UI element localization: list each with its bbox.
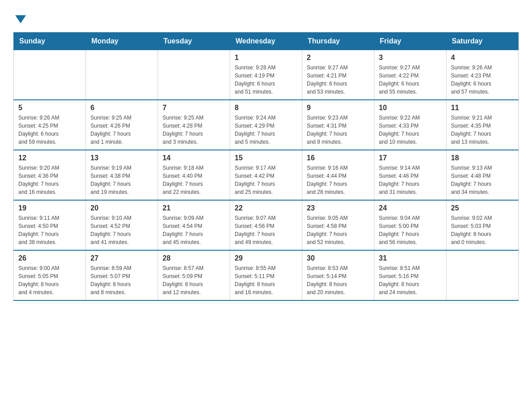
day-info: Sunrise: 9:16 AM Sunset: 4:44 PM Dayligh… — [307, 164, 369, 196]
day-info: Sunrise: 9:18 AM Sunset: 4:40 PM Dayligh… — [163, 164, 225, 196]
day-number: 6 — [90, 104, 153, 112]
day-info: Sunrise: 9:19 AM Sunset: 4:38 PM Dayligh… — [90, 164, 153, 196]
weekday-monday: Monday — [86, 33, 158, 50]
calendar-cell: 29Sunrise: 8:55 AM Sunset: 5:11 PM Dayli… — [230, 250, 302, 300]
day-info: Sunrise: 9:22 AM Sunset: 4:33 PM Dayligh… — [379, 114, 442, 146]
day-number: 13 — [90, 154, 153, 162]
calendar-cell: 16Sunrise: 9:16 AM Sunset: 4:44 PM Dayli… — [302, 150, 374, 200]
day-number: 31 — [379, 254, 442, 262]
day-number: 16 — [307, 154, 369, 162]
day-info: Sunrise: 9:28 AM Sunset: 4:19 PM Dayligh… — [235, 64, 297, 96]
day-number: 14 — [163, 154, 225, 162]
page-header — [13, 9, 519, 23]
calendar-cell — [86, 50, 158, 100]
day-number: 29 — [235, 254, 297, 262]
calendar-cell — [446, 250, 519, 300]
day-info: Sunrise: 9:23 AM Sunset: 4:31 PM Dayligh… — [307, 114, 369, 146]
calendar-cell: 17Sunrise: 9:14 AM Sunset: 4:46 PM Dayli… — [374, 150, 446, 200]
day-number: 27 — [90, 254, 153, 262]
calendar-cell: 13Sunrise: 9:19 AM Sunset: 4:38 PM Dayli… — [86, 150, 158, 200]
day-number: 23 — [307, 204, 369, 212]
calendar-cell: 12Sunrise: 9:20 AM Sunset: 4:36 PM Dayli… — [14, 150, 86, 200]
weekday-wednesday: Wednesday — [230, 33, 302, 50]
day-info: Sunrise: 9:07 AM Sunset: 4:56 PM Dayligh… — [235, 214, 297, 246]
logo — [13, 13, 26, 23]
day-info: Sunrise: 9:14 AM Sunset: 4:46 PM Dayligh… — [379, 164, 442, 196]
calendar-cell: 19Sunrise: 9:11 AM Sunset: 4:50 PM Dayli… — [14, 200, 86, 250]
day-number: 21 — [163, 204, 225, 212]
day-info: Sunrise: 9:25 AM Sunset: 4:26 PM Dayligh… — [90, 114, 153, 146]
weekday-tuesday: Tuesday — [158, 33, 230, 50]
calendar-header: SundayMondayTuesdayWednesdayThursdayFrid… — [14, 33, 519, 50]
calendar-cell: 9Sunrise: 9:23 AM Sunset: 4:31 PM Daylig… — [302, 100, 374, 150]
day-number: 20 — [90, 204, 153, 212]
day-info: Sunrise: 8:55 AM Sunset: 5:11 PM Dayligh… — [235, 264, 297, 296]
calendar-cell — [158, 50, 230, 100]
day-number: 5 — [18, 104, 81, 112]
calendar-cell: 21Sunrise: 9:09 AM Sunset: 4:54 PM Dayli… — [158, 200, 230, 250]
day-info: Sunrise: 8:53 AM Sunset: 5:14 PM Dayligh… — [307, 264, 369, 296]
logo-triangle-icon — [15, 15, 26, 23]
day-number: 1 — [235, 54, 297, 62]
day-number: 28 — [163, 254, 225, 262]
day-info: Sunrise: 9:09 AM Sunset: 4:54 PM Dayligh… — [163, 214, 225, 246]
calendar-cell: 2Sunrise: 9:27 AM Sunset: 4:21 PM Daylig… — [302, 50, 374, 100]
weekday-saturday: Saturday — [446, 33, 519, 50]
calendar-cell: 10Sunrise: 9:22 AM Sunset: 4:33 PM Dayli… — [374, 100, 446, 150]
calendar-cell: 1Sunrise: 9:28 AM Sunset: 4:19 PM Daylig… — [230, 50, 302, 100]
calendar-cell: 30Sunrise: 8:53 AM Sunset: 5:14 PM Dayli… — [302, 250, 374, 300]
weekday-thursday: Thursday — [302, 33, 374, 50]
day-info: Sunrise: 9:27 AM Sunset: 4:21 PM Dayligh… — [307, 64, 369, 96]
weekday-header-row: SundayMondayTuesdayWednesdayThursdayFrid… — [14, 33, 519, 50]
calendar-cell: 20Sunrise: 9:10 AM Sunset: 4:52 PM Dayli… — [86, 200, 158, 250]
calendar-body: 1Sunrise: 9:28 AM Sunset: 4:19 PM Daylig… — [14, 50, 519, 301]
calendar-cell — [14, 50, 86, 100]
day-info: Sunrise: 9:10 AM Sunset: 4:52 PM Dayligh… — [90, 214, 153, 246]
day-number: 9 — [307, 104, 369, 112]
day-number: 18 — [451, 154, 514, 162]
day-info: Sunrise: 9:20 AM Sunset: 4:36 PM Dayligh… — [18, 164, 81, 196]
day-info: Sunrise: 9:25 AM Sunset: 4:28 PM Dayligh… — [163, 114, 225, 146]
calendar-cell: 18Sunrise: 9:13 AM Sunset: 4:48 PM Dayli… — [446, 150, 519, 200]
day-info: Sunrise: 9:17 AM Sunset: 4:42 PM Dayligh… — [235, 164, 297, 196]
day-info: Sunrise: 9:11 AM Sunset: 4:50 PM Dayligh… — [18, 214, 81, 246]
day-number: 26 — [18, 254, 81, 262]
day-number: 7 — [163, 104, 225, 112]
day-number: 4 — [451, 54, 514, 62]
calendar-cell: 24Sunrise: 9:04 AM Sunset: 5:00 PM Dayli… — [374, 200, 446, 250]
calendar-cell: 6Sunrise: 9:25 AM Sunset: 4:26 PM Daylig… — [86, 100, 158, 150]
day-info: Sunrise: 8:59 AM Sunset: 5:07 PM Dayligh… — [90, 264, 153, 296]
day-info: Sunrise: 9:05 AM Sunset: 4:58 PM Dayligh… — [307, 214, 369, 246]
calendar-cell: 8Sunrise: 9:24 AM Sunset: 4:29 PM Daylig… — [230, 100, 302, 150]
calendar-cell: 22Sunrise: 9:07 AM Sunset: 4:56 PM Dayli… — [230, 200, 302, 250]
day-info: Sunrise: 8:51 AM Sunset: 5:16 PM Dayligh… — [379, 264, 442, 296]
day-info: Sunrise: 9:24 AM Sunset: 4:29 PM Dayligh… — [235, 114, 297, 146]
day-info: Sunrise: 9:04 AM Sunset: 5:00 PM Dayligh… — [379, 214, 442, 246]
calendar-week-5: 26Sunrise: 9:00 AM Sunset: 5:05 PM Dayli… — [14, 250, 519, 300]
day-number: 2 — [307, 54, 369, 62]
day-number: 30 — [307, 254, 369, 262]
calendar-cell: 27Sunrise: 8:59 AM Sunset: 5:07 PM Dayli… — [86, 250, 158, 300]
day-number: 25 — [451, 204, 514, 212]
day-info: Sunrise: 8:57 AM Sunset: 5:09 PM Dayligh… — [163, 264, 225, 296]
calendar-week-4: 19Sunrise: 9:11 AM Sunset: 4:50 PM Dayli… — [14, 200, 519, 250]
day-number: 12 — [18, 154, 81, 162]
calendar-cell: 4Sunrise: 9:26 AM Sunset: 4:23 PM Daylig… — [446, 50, 519, 100]
day-number: 17 — [379, 154, 442, 162]
calendar-cell: 14Sunrise: 9:18 AM Sunset: 4:40 PM Dayli… — [158, 150, 230, 200]
calendar-table: SundayMondayTuesdayWednesdayThursdayFrid… — [13, 32, 519, 301]
calendar-week-2: 5Sunrise: 9:26 AM Sunset: 4:25 PM Daylig… — [14, 100, 519, 150]
calendar-cell: 7Sunrise: 9:25 AM Sunset: 4:28 PM Daylig… — [158, 100, 230, 150]
calendar-cell: 28Sunrise: 8:57 AM Sunset: 5:09 PM Dayli… — [158, 250, 230, 300]
day-number: 11 — [451, 104, 514, 112]
calendar-cell: 3Sunrise: 9:27 AM Sunset: 4:22 PM Daylig… — [374, 50, 446, 100]
calendar-cell: 5Sunrise: 9:26 AM Sunset: 4:25 PM Daylig… — [14, 100, 86, 150]
day-info: Sunrise: 9:27 AM Sunset: 4:22 PM Dayligh… — [379, 64, 442, 96]
day-info: Sunrise: 9:00 AM Sunset: 5:05 PM Dayligh… — [18, 264, 81, 296]
calendar-week-3: 12Sunrise: 9:20 AM Sunset: 4:36 PM Dayli… — [14, 150, 519, 200]
day-number: 10 — [379, 104, 442, 112]
day-number: 24 — [379, 204, 442, 212]
calendar-cell: 31Sunrise: 8:51 AM Sunset: 5:16 PM Dayli… — [374, 250, 446, 300]
day-info: Sunrise: 9:13 AM Sunset: 4:48 PM Dayligh… — [451, 164, 514, 196]
day-info: Sunrise: 9:21 AM Sunset: 4:35 PM Dayligh… — [451, 114, 514, 146]
